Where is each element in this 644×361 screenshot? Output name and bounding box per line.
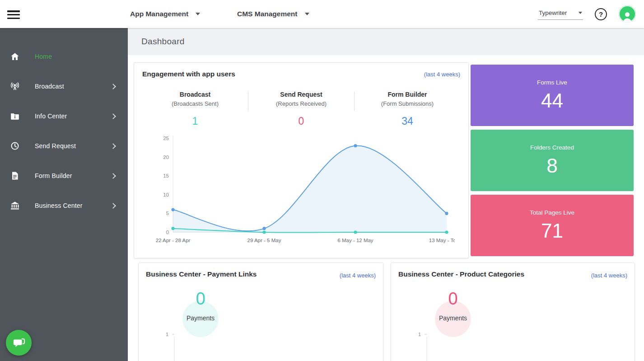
- stat-value: 0: [248, 115, 354, 127]
- chevron-right-icon: [110, 143, 116, 149]
- sidebar-item-home[interactable]: Home: [0, 42, 128, 71]
- tile-label: Folders Created: [530, 144, 574, 151]
- svg-text:1: 1: [418, 332, 421, 337]
- svg-text:10: 10: [163, 192, 169, 197]
- payments-stat: 0 Payments: [432, 289, 474, 322]
- broadcast-icon: [9, 80, 21, 92]
- engagement-card-title: Engagement with app users: [142, 70, 460, 78]
- stat-name: Broadcast: [142, 91, 248, 98]
- svg-text:0: 0: [166, 230, 169, 235]
- stat-subtitle: (Form Submissions): [355, 100, 460, 107]
- payment-links-card: Business Center - Payment Links (last 4 …: [138, 263, 383, 361]
- sidebar-item-broadcast[interactable]: Broadcast: [0, 71, 128, 101]
- svg-text:5: 5: [166, 211, 169, 216]
- stat-form-builder: Form Builder (Form Submissions) 34: [355, 91, 460, 127]
- tile-value: 71: [541, 220, 563, 242]
- svg-text:6 May - 12 May: 6 May - 12 May: [337, 238, 373, 243]
- sidebar-item-form-builder[interactable]: Form Builder: [0, 161, 128, 191]
- chevron-down-icon: [305, 13, 309, 15]
- product-categories-chart-axis: 1: [414, 330, 612, 361]
- sidebar-item-label: Send Request: [35, 142, 76, 150]
- sidebar-item-send-request[interactable]: Send Request: [0, 131, 128, 161]
- hamburger-menu-icon[interactable]: [7, 10, 20, 19]
- typewriter-dropdown[interactable]: Typewriter: [538, 9, 583, 20]
- sidebar-item-info-center[interactable]: Info Center: [0, 101, 128, 131]
- chevron-right-icon: [110, 173, 116, 179]
- svg-text:15: 15: [163, 173, 169, 178]
- chevron-right-icon: [110, 84, 116, 89]
- document-icon: [9, 170, 21, 182]
- payments-label: Payments: [432, 314, 474, 322]
- chat-bubble-icon: [12, 336, 26, 350]
- chevron-down-icon: [579, 12, 582, 14]
- chevron-down-icon: [196, 13, 200, 15]
- engagement-card: Engagement with app users (last 4 weeks)…: [134, 62, 469, 258]
- avatar[interactable]: [619, 5, 636, 23]
- payments-stat: 0 Payments: [179, 289, 222, 322]
- svg-text:13 May - Today: 13 May - Today: [429, 238, 455, 243]
- tile-forms-live: Forms Live 44: [471, 65, 634, 126]
- payment-links-period-label: (last 4 weeks): [340, 272, 376, 279]
- stat-send-request: Send Request (Reports Received) 0: [248, 91, 354, 127]
- sidebar-item-label: Form Builder: [35, 172, 72, 179]
- sidebar-item-label: Info Center: [35, 113, 67, 120]
- home-icon: [9, 51, 21, 62]
- sidebar-item-label: Business Center: [35, 202, 83, 209]
- cms-management-label: CMS Management: [237, 10, 298, 18]
- tile-total-pages-live: Total Pages Live 71: [471, 195, 634, 256]
- tile-label: Forms Live: [537, 79, 567, 86]
- person-icon: [621, 10, 634, 23]
- tile-value: 8: [546, 155, 557, 177]
- product-categories-period-label: (last 4 weeks): [591, 272, 627, 279]
- app-management-label: App Management: [130, 10, 188, 18]
- svg-text:20: 20: [163, 155, 169, 160]
- cms-management-dropdown[interactable]: CMS Management: [237, 0, 309, 28]
- engagement-line-chart: 051015202522 Apr - 28 Apr29 Apr - 5 May6…: [153, 132, 455, 246]
- payments-count: 0: [179, 289, 222, 309]
- engagement-stats-row: Broadcast (Broadcasts Sent) 1 Send Reque…: [142, 91, 460, 127]
- page-title: Dashboard: [141, 37, 185, 47]
- chevron-right-icon: [110, 203, 116, 209]
- tile-value: 44: [541, 89, 563, 112]
- svg-text:1: 1: [166, 332, 168, 337]
- chat-support-button[interactable]: [6, 330, 32, 356]
- sidebar: Home Broadcast Inf: [0, 28, 128, 361]
- help-icon[interactable]: ?: [595, 8, 607, 20]
- stat-subtitle: (Broadcasts Sent): [142, 100, 248, 107]
- app-management-dropdown[interactable]: App Management: [130, 0, 200, 28]
- product-categories-card: Business Center - Product Categories (la…: [391, 263, 635, 361]
- sidebar-item-label: Home: [35, 53, 52, 60]
- summary-tiles: Forms Live 44 Folders Created 8 Total Pa…: [471, 65, 634, 260]
- svg-text:25: 25: [163, 136, 169, 141]
- chevron-right-icon: [110, 113, 116, 119]
- help-glyph: ?: [599, 10, 603, 18]
- sidebar-item-label: Broadcast: [35, 83, 64, 90]
- payments-count: 0: [432, 289, 474, 309]
- svg-text:22 Apr - 28 Apr: 22 Apr - 28 Apr: [156, 238, 191, 243]
- dashboard-page: App Management CMS Management Typewriter…: [0, 0, 644, 361]
- payments-label: Payments: [179, 314, 222, 322]
- typewriter-label: Typewriter: [539, 9, 567, 16]
- stat-name: Send Request: [248, 91, 354, 98]
- sidebar-item-business-center[interactable]: Business Center: [0, 191, 128, 220]
- topbar: App Management CMS Management Typewriter…: [0, 0, 644, 28]
- info-center-icon: [9, 110, 21, 122]
- stat-value: 34: [355, 115, 460, 127]
- clock-icon: [9, 140, 21, 152]
- stat-broadcast: Broadcast (Broadcasts Sent) 1: [142, 91, 248, 127]
- stat-name: Form Builder: [355, 91, 460, 98]
- bank-icon: [9, 200, 21, 211]
- tile-label: Total Pages Live: [530, 209, 574, 216]
- stat-value: 1: [142, 115, 248, 127]
- svg-text:29 Apr - 5 May: 29 Apr - 5 May: [247, 238, 281, 243]
- engagement-period-label: (last 4 weeks): [424, 71, 460, 78]
- payment-links-chart-axis: 1: [161, 330, 360, 361]
- page-header: Dashboard: [128, 28, 644, 55]
- tile-folders-created: Folders Created 8: [471, 130, 634, 191]
- topbar-right-group: Typewriter ?: [538, 0, 636, 28]
- stat-subtitle: (Reports Received): [248, 100, 354, 107]
